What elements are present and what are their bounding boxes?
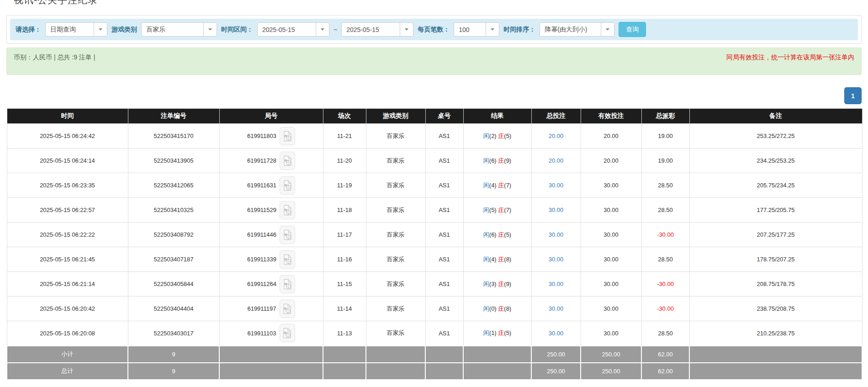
video-replay-button[interactable] (280, 324, 295, 342)
round-cell: 619911728 (219, 148, 323, 173)
banker-score: (9) (504, 281, 511, 287)
chevron-down-icon[interactable] (316, 23, 329, 36)
payout-cell: 28.50 (641, 247, 689, 272)
total-payout: 62.00 (641, 363, 689, 380)
video-replay-button[interactable] (280, 152, 295, 170)
video-file-icon (283, 155, 292, 166)
session-cell: 11-20 (323, 148, 366, 173)
total-bet-link[interactable]: 30.00 (549, 207, 564, 213)
banker-label: 庄 (498, 281, 504, 287)
session-cell: 11-21 (323, 124, 366, 148)
header-session: 场次 (323, 109, 366, 124)
header-round-id: 局号 (219, 109, 323, 124)
payout-cell: -30.00 (641, 297, 689, 321)
player-score: (5) (489, 207, 497, 213)
total-bet-link[interactable]: 30.00 (549, 231, 564, 238)
pagination: 1 (6, 87, 862, 104)
total-label: 总计 (7, 363, 128, 380)
chevron-down-icon[interactable] (203, 23, 217, 36)
round-id: 619911264 (247, 281, 276, 287)
game-type-cell: 百家乐 (366, 247, 425, 272)
total-bet-link[interactable]: 30.00 (549, 330, 564, 337)
header-total-bet: 总投注 (531, 109, 581, 124)
game-type-cell: 百家乐 (366, 198, 425, 223)
header-table-no: 桌号 (425, 109, 463, 124)
total-count: 9 (128, 363, 219, 380)
video-replay-button[interactable] (280, 176, 295, 195)
total-bet-cell: 30.00 (531, 223, 581, 247)
filter-panel: 请选择： 日期查询 游戏类别 百家乐 时间区间： 2025-05-15 ~ 20… (6, 15, 862, 44)
total-bet-cell: 30.00 (531, 173, 581, 198)
table-no-cell: AS1 (425, 124, 463, 148)
time-cell: 2025-05-15 06:22:22 (7, 223, 128, 247)
video-replay-button[interactable] (280, 226, 295, 244)
date-to-value: 2025-05-15 (342, 23, 400, 36)
player-score: (6) (489, 157, 497, 164)
total-bet-cell: 30.00 (531, 198, 581, 223)
page-size-label: 每页笔数： (418, 26, 450, 34)
header-time: 时间 (7, 109, 128, 124)
total-bet-link[interactable]: 30.00 (549, 182, 564, 189)
table-row: 2025-05-15 06:20:42 522503404404 6199111… (7, 297, 862, 321)
total-bet-link[interactable]: 20.00 (549, 133, 564, 139)
video-replay-button[interactable] (280, 127, 295, 145)
total-bet-link[interactable]: 20.00 (549, 157, 564, 164)
video-replay-button[interactable] (280, 300, 295, 318)
video-file-icon (283, 254, 292, 265)
valid-bet-cell: 30.00 (581, 173, 641, 198)
header-game-type: 游戏类别 (366, 109, 425, 124)
table-row: 2025-05-15 06:24:42 522503415170 6199118… (7, 124, 862, 148)
round-id: 619911446 (247, 231, 276, 238)
player-score: (3) (489, 281, 497, 287)
video-replay-button[interactable] (280, 250, 295, 269)
video-replay-button[interactable] (280, 201, 295, 219)
table-footer: 小计 9 250.00 250.00 62.00 总计 9 250.00 250… (7, 346, 862, 380)
valid-bet-cell: 30.00 (581, 272, 641, 297)
time-cell: 2025-05-15 06:22:57 (7, 198, 128, 223)
header-result: 结果 (463, 109, 531, 124)
banker-label: 庄 (498, 157, 504, 164)
game-type-select[interactable]: 百家乐 (141, 22, 217, 37)
note-cell: 210.25/238.75 (689, 321, 862, 346)
player-score: (6) (489, 231, 497, 238)
banker-label: 庄 (498, 256, 504, 263)
round-cell: 619911103 (219, 321, 323, 346)
date-to-select[interactable]: 2025-05-15 (341, 22, 413, 37)
date-from-select[interactable]: 2025-05-15 (257, 22, 329, 37)
page-title: 视讯-公关手注纪录 (0, 0, 868, 6)
valid-bet-notice: 同局有效投注，统一计算在该局第一张注单内 (726, 53, 854, 62)
page-size-value: 100 (454, 23, 486, 36)
session-cell: 11-16 (323, 247, 366, 272)
session-cell: 11-13 (323, 321, 366, 346)
total-bet-link[interactable]: 30.00 (549, 256, 564, 263)
round-id: 619911728 (247, 157, 276, 164)
total-bet-link[interactable]: 30.00 (549, 305, 564, 312)
query-type-select[interactable]: 日期查询 (45, 22, 107, 37)
search-button[interactable]: 查询 (619, 22, 646, 37)
time-cell: 2025-05-15 06:24:42 (7, 124, 128, 148)
page-1-button[interactable]: 1 (844, 87, 862, 104)
game-type-cell: 百家乐 (366, 223, 425, 247)
video-replay-button[interactable] (280, 275, 295, 293)
video-file-icon (283, 328, 291, 339)
round-id: 619911339 (247, 256, 276, 263)
page-size-select[interactable]: 100 (454, 22, 499, 37)
video-file-icon (283, 229, 292, 240)
total-total-bet: 250.00 (531, 363, 581, 380)
chevron-down-icon[interactable] (486, 23, 499, 36)
bet-id-cell: 522503415170 (128, 124, 219, 148)
valid-bet-cell: 20.00 (581, 124, 641, 148)
total-bet-link[interactable]: 30.00 (549, 281, 564, 287)
chevron-down-icon[interactable] (400, 23, 413, 36)
result-cell: 闲(0) 庄(8) (463, 297, 531, 321)
video-file-icon (283, 205, 292, 216)
note-cell: 253.25/272.25 (689, 124, 862, 148)
chevron-down-icon[interactable] (94, 23, 107, 36)
total-bet-cell: 20.00 (531, 148, 581, 173)
player-label: 闲 (483, 207, 489, 213)
table-no-cell: AS1 (425, 198, 463, 223)
sort-select[interactable]: 降幂(由大到小) (540, 22, 614, 37)
table-header-row: 时间 注单编号 局号 场次 游戏类别 桌号 结果 总投注 有效投注 总派彩 备注 (7, 109, 862, 124)
round-cell: 619911631 (219, 173, 323, 198)
chevron-down-icon[interactable] (601, 23, 614, 36)
